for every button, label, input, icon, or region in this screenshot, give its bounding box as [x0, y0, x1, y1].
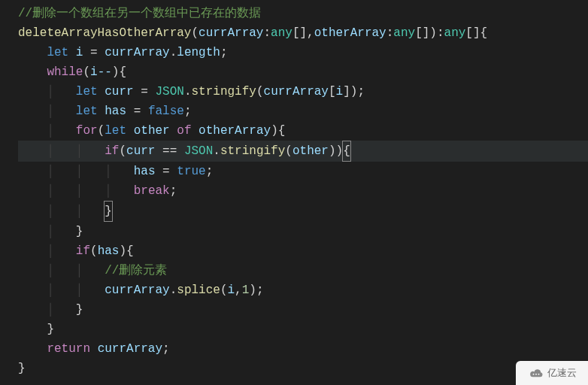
variable: currArray [264, 85, 329, 99]
boolean: true [177, 165, 205, 178]
variable: has [105, 105, 126, 118]
code-line: │ let has = false; [18, 102, 588, 121]
param: currArray [199, 26, 263, 40]
code-line: │ │ │ break; [18, 181, 588, 201]
code-line: deleteArrayHasOtherArray(currArray:any[]… [18, 23, 588, 43]
class: JSON [155, 85, 183, 99]
variable: curr [126, 144, 155, 158]
comment: //删除元素 [105, 264, 167, 277]
condition: i-- [90, 65, 112, 79]
type: any [393, 26, 415, 40]
keyword: while [47, 65, 83, 79]
svg-point-0 [532, 374, 534, 375]
code-line: return currArray; [18, 339, 588, 359]
arg: i [228, 283, 235, 297]
code-line: │ for(let other of otherArray){ [18, 121, 588, 141]
keyword: let [105, 124, 126, 138]
param: otherArray [314, 26, 386, 40]
condition: has [98, 244, 120, 258]
code-line-active: │ │ if(curr == JSON.stringify(other)){ [18, 141, 588, 162]
bracket-match: { [342, 141, 351, 162]
keyword: let [76, 85, 98, 99]
code-line: │ │ │ has = true; [18, 162, 588, 181]
boolean: false [148, 105, 184, 118]
variable: currArray [105, 283, 169, 297]
svg-point-2 [538, 374, 539, 375]
number: 1 [242, 283, 250, 297]
variable: curr [105, 85, 133, 99]
code-line: │ let curr = JSON.stringify(currArray[i]… [18, 82, 588, 102]
watermark-badge: 亿速云 [516, 361, 588, 385]
variable: otherArray [199, 124, 271, 138]
keyword: return [47, 342, 90, 356]
code-line: │ │ } [18, 201, 588, 222]
bracket-match: } [104, 201, 113, 222]
keyword: break [134, 184, 170, 198]
index: i [336, 85, 344, 99]
variable: other [292, 144, 329, 158]
code-line: while(i--){ [18, 62, 588, 82]
cloud-icon [528, 368, 544, 378]
keyword: if [105, 144, 119, 158]
code-line: } [18, 359, 588, 378]
keyword: for [76, 124, 98, 138]
function-name: deleteArrayHasOtherArray [18, 26, 191, 40]
code-line: │ │ //删除元素 [18, 261, 588, 280]
variable: has [134, 165, 156, 178]
method: splice [177, 283, 220, 297]
operator: == [162, 144, 177, 158]
return-type: any [444, 26, 466, 40]
variable: currArray [98, 342, 162, 356]
code-line: │ │ currArray.splice(i,1); [18, 280, 588, 300]
comment: //删除一个数组在另一个数组中已存在的数据 [18, 7, 261, 20]
class: JSON [184, 144, 213, 158]
property: length [177, 46, 220, 59]
keyword: let [47, 46, 68, 59]
variable: other [134, 124, 170, 138]
keyword: of [177, 124, 191, 138]
svg-point-1 [535, 374, 537, 375]
type: any [271, 26, 292, 40]
keyword: let [76, 105, 98, 118]
code-line: } [18, 320, 588, 339]
variable: i [76, 46, 83, 59]
code-line: │ if(has){ [18, 241, 588, 261]
watermark-text: 亿速云 [547, 365, 577, 380]
code-line: │ } [18, 300, 588, 320]
keyword: if [76, 244, 90, 258]
variable: currArray [105, 46, 169, 59]
code-line: //删除一个数组在另一个数组中已存在的数据 [18, 4, 588, 23]
code-line: │ } [18, 222, 588, 241]
method: stringify [220, 144, 285, 158]
code-editor[interactable]: //删除一个数组在另一个数组中已存在的数据 deleteArrayHasOthe… [0, 0, 588, 378]
method: stringify [192, 85, 256, 99]
code-line: let i = currArray.length; [18, 43, 588, 62]
